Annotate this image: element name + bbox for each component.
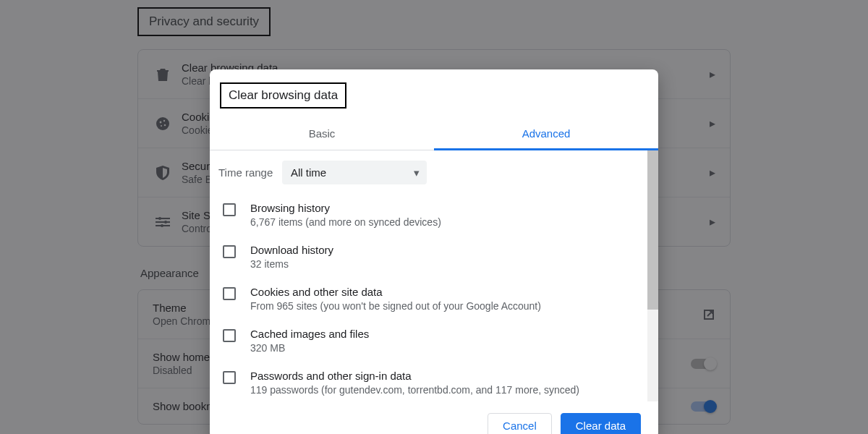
checkbox[interactable] (223, 371, 236, 384)
time-range-value: All time (291, 166, 326, 179)
option-browsing-history[interactable]: Browsing history 6,767 items (and more o… (218, 195, 633, 237)
dialog-body: Time range All time ▾ Browsing history 6… (210, 150, 658, 401)
tab-basic[interactable]: Basic (210, 119, 434, 150)
checkbox[interactable] (223, 203, 236, 216)
time-range-select[interactable]: All time ▾ (282, 161, 427, 184)
option-subtitle: 32 items (250, 258, 333, 271)
option-title: Browsing history (250, 202, 441, 214)
dialog-footer: Cancel Clear data (210, 401, 658, 434)
checkbox[interactable] (223, 329, 236, 342)
option-title: Cookies and other site data (250, 286, 541, 298)
option-download-history[interactable]: Download history 32 items (218, 237, 633, 278)
checkbox[interactable] (223, 287, 236, 300)
scrollbar-thumb[interactable] (647, 150, 658, 310)
checkbox[interactable] (223, 245, 236, 258)
time-range-row: Time range All time ▾ (218, 161, 633, 184)
option-subtitle: 6,767 items (and more on synced devices) (250, 216, 441, 229)
cancel-button[interactable]: Cancel (488, 413, 552, 434)
option-subtitle: 119 passwords (for gutendev.com, torrent… (250, 383, 579, 397)
clear-browsing-data-dialog: Clear browsing data Basic Advanced Time … (210, 69, 658, 434)
chevron-down-icon: ▾ (414, 166, 420, 179)
option-subtitle: From 965 sites (you won't be signed out … (250, 299, 541, 313)
dialog-tabs: Basic Advanced (210, 119, 658, 150)
option-subtitle: 320 MB (250, 341, 369, 355)
option-cookies[interactable]: Cookies and other site data From 965 sit… (218, 278, 633, 320)
option-title: Passwords and other sign-in data (250, 370, 579, 382)
option-title: Cached images and files (250, 328, 369, 340)
dialog-title: Clear browsing data (210, 69, 658, 119)
dialog-title-text: Clear browsing data (220, 82, 346, 109)
clear-data-button[interactable]: Clear data (561, 413, 641, 434)
scrollbar[interactable] (647, 150, 658, 401)
option-cached-files[interactable]: Cached images and files 320 MB (218, 320, 633, 362)
option-title: Download history (250, 244, 333, 256)
dialog-scroll: Time range All time ▾ Browsing history 6… (210, 150, 647, 401)
time-range-label: Time range (218, 166, 282, 179)
option-passwords[interactable]: Passwords and other sign-in data 119 pas… (218, 362, 633, 401)
tab-advanced[interactable]: Advanced (434, 119, 658, 150)
